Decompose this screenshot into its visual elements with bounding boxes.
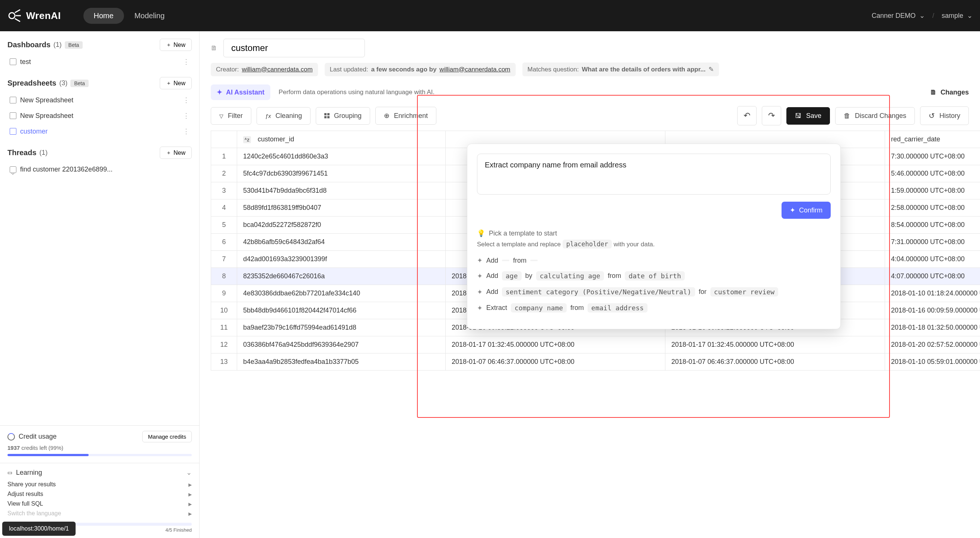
- cell-red-carrier[interactable]: 2018-01-10 05:59:01.000000 UTC+08:00: [885, 354, 980, 371]
- plus-circle-icon: [384, 112, 390, 120]
- toolbar: Filter Cleaning Grouping Enrichment Save…: [200, 104, 980, 130]
- cell-customer-id[interactable]: b4e3aa4a9b2853fedfea4ba1b3377b05: [237, 354, 446, 371]
- project-dropdown[interactable]: sample: [942, 11, 972, 20]
- cell-customer-id[interactable]: 530d41b47b9dda9bc6f31d8: [237, 182, 446, 200]
- nav-home[interactable]: Home: [83, 8, 124, 24]
- more-icon[interactable]: [183, 96, 189, 104]
- edit-icon[interactable]: [709, 65, 714, 73]
- learning-item[interactable]: View full SQL: [8, 499, 192, 509]
- chevron-down-icon: [186, 468, 192, 477]
- sidebar-item-label: New Spreadsheet: [20, 96, 73, 104]
- learning-toggle[interactable]: ▭ Learning: [8, 468, 192, 477]
- svg-point-0: [9, 13, 15, 19]
- rownum-cell: 11: [211, 319, 237, 336]
- cell-red-carrier[interactable]: 2018-01-20 02:57:52.000000 UTC+08:00: [885, 336, 980, 354]
- learning-item[interactable]: Switch the language: [8, 509, 192, 518]
- new-thread-button[interactable]: New: [160, 147, 192, 159]
- cell-customer-id[interactable]: 036386bf476a9425bddf9639364e2907: [237, 336, 446, 354]
- new-spreadsheet-button[interactable]: New: [160, 77, 192, 89]
- template-suggestion[interactable]: Add from: [477, 256, 831, 265]
- cell-red-carrier[interactable]: 1:59.000000 UTC+08:00: [885, 182, 980, 200]
- template-suggestion[interactable]: Add sentiment category (Positive/Negativ…: [477, 287, 831, 297]
- cell-red-carrier[interactable]: 4:07.000000 UTC+08:00: [885, 268, 980, 285]
- cell-customer-id[interactable]: bca042dd52272f582872f0: [237, 217, 446, 234]
- cell-red-carrier[interactable]: 8:54.000000 UTC+08:00: [885, 217, 980, 234]
- learning-item[interactable]: Share your results: [8, 479, 192, 489]
- col-red-carrier-date[interactable]: red_carrier_date: [885, 131, 980, 148]
- sidebar-item-spreadsheet[interactable]: New Spreadsheet: [8, 92, 192, 108]
- grid-icon: [324, 113, 329, 118]
- more-icon[interactable]: [183, 127, 189, 135]
- spreadsheets-count: (3): [59, 79, 67, 87]
- matches-chip: Matches question: What are the details o…: [522, 62, 719, 76]
- rownum-cell: 5: [211, 217, 237, 234]
- cell-customer-id[interactable]: 4e830386ddbae62bb77201afe334c140: [237, 285, 446, 302]
- cell-red-carrier[interactable]: 2:58.000000 UTC+08:00: [885, 200, 980, 217]
- cell-customer-id[interactable]: 5bb48db9d466101f820442f47014cf66: [237, 302, 446, 319]
- sidebar-item-spreadsheet[interactable]: New Spreadsheet: [8, 108, 192, 124]
- cell-customer-id[interactable]: d42ad001693a3239001399f: [237, 251, 446, 268]
- nav-modeling[interactable]: Modeling: [124, 8, 175, 24]
- table-row[interactable]: 13 b4e3aa4a9b2853fedfea4ba1b3377b05 2018…: [211, 354, 980, 371]
- cell[interactable]: 2018-01-17 01:32:45.000000 UTC+08:00: [665, 336, 885, 354]
- history-button[interactable]: History: [920, 106, 969, 125]
- credit-left: 1937 credits left (99%): [8, 444, 192, 451]
- save-icon: [795, 112, 802, 120]
- learning-item[interactable]: Adjust results: [8, 489, 192, 499]
- play-icon: [188, 491, 192, 497]
- cell[interactable]: 2018-01-07 06:46:37.000000 UTC+08:00: [665, 354, 885, 371]
- org-dropdown[interactable]: Canner DEMO: [872, 11, 925, 20]
- changes-icon: [930, 89, 937, 96]
- enrichment-button[interactable]: Enrichment: [375, 107, 436, 125]
- new-dashboard-button[interactable]: New: [160, 39, 192, 51]
- cell-red-carrier[interactable]: 2018-01-18 01:32:50.000000 UTC+08:00: [885, 319, 980, 336]
- template-suggestion[interactable]: Extract company name from email address: [477, 303, 831, 313]
- confirm-button[interactable]: Confirm: [781, 202, 831, 219]
- filter-button[interactable]: Filter: [211, 107, 251, 125]
- sparkle-icon: [217, 88, 222, 96]
- col-customer-id[interactable]: customer_id: [237, 131, 446, 148]
- creator-link[interactable]: william@cannerdata.com: [242, 66, 312, 73]
- cell-customer-id[interactable]: 8235352de660467c26016a: [237, 268, 446, 285]
- threads-title: Threads: [8, 148, 37, 157]
- ai-assistant-pill[interactable]: AI Assistant: [211, 84, 270, 100]
- save-button[interactable]: Save: [786, 107, 830, 125]
- sparkle-icon: [477, 256, 482, 265]
- sidebar-item-label: New Spreadsheet: [20, 112, 73, 120]
- undo-button[interactable]: [737, 106, 757, 125]
- sidebar-item-test[interactable]: test: [8, 54, 192, 70]
- template-suggestion[interactable]: Add age by calculating age from date of …: [477, 271, 831, 281]
- redo-button[interactable]: [762, 106, 781, 125]
- spreadsheet-title-input[interactable]: [223, 39, 365, 57]
- rownum-cell: 13: [211, 354, 237, 371]
- cell-red-carrier[interactable]: 4:04.000000 UTC+08:00: [885, 251, 980, 268]
- grouping-button[interactable]: Grouping: [316, 107, 370, 125]
- table-row[interactable]: 12 036386bf476a9425bddf9639364e2907 2018…: [211, 336, 980, 354]
- cell-customer-id[interactable]: 1240c2e65c4601dd860e3a3: [237, 148, 446, 165]
- cleaning-button[interactable]: Cleaning: [256, 107, 310, 125]
- ai-prompt-input[interactable]: Extract company name from email address: [477, 154, 831, 195]
- cell-red-carrier[interactable]: 5:46.000000 UTC+08:00: [885, 165, 980, 182]
- cell-customer-id[interactable]: 42b8b6afb59c64843d2af64: [237, 234, 446, 251]
- updater-link[interactable]: william@cannerdata.com: [439, 66, 510, 73]
- hint-subtext: Select a template and replace placeholde…: [477, 240, 831, 248]
- more-icon[interactable]: [183, 112, 189, 120]
- cell[interactable]: 2018-01-07 06:46:37.000000 UTC+08:00: [446, 354, 665, 371]
- sidebar-item-customer[interactable]: customer: [8, 124, 192, 139]
- cell-red-carrier[interactable]: 2018-01-16 00:09:59.000000 UTC+08:00: [885, 302, 980, 319]
- cell-red-carrier[interactable]: 2018-01-10 01:18:24.000000 UTC+08:00: [885, 285, 980, 302]
- undo-icon: [744, 111, 750, 121]
- cell-customer-id[interactable]: ba9aef23b79c16ffd75994ead61491d8: [237, 319, 446, 336]
- cell-red-carrier[interactable]: 7:30.000000 UTC+08:00: [885, 148, 980, 165]
- play-icon: [188, 500, 192, 507]
- sidebar-item-thread[interactable]: find customer 2201362e6899...: [8, 162, 192, 177]
- more-icon[interactable]: [183, 58, 189, 66]
- cell-customer-id[interactable]: 5fc4c97dcb63903f99671451: [237, 165, 446, 182]
- cell-customer-id[interactable]: 58d89fd1f863819ff9b0407: [237, 200, 446, 217]
- manage-credits-button[interactable]: Manage credits: [142, 431, 192, 443]
- rownum-cell: 4: [211, 200, 237, 217]
- discard-button[interactable]: Discard Changes: [835, 107, 915, 125]
- cell[interactable]: 2018-01-17 01:32:45.000000 UTC+08:00: [446, 336, 665, 354]
- logo[interactable]: WrenAI: [8, 8, 61, 23]
- cell-red-carrier[interactable]: 7:31.000000 UTC+08:00: [885, 234, 980, 251]
